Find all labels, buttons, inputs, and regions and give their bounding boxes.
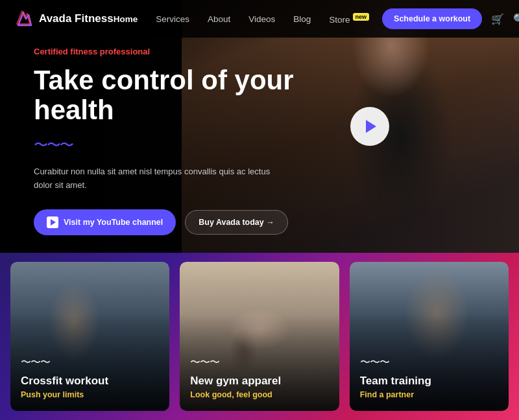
youtube-play-icon	[51, 219, 56, 226]
card-apparel-subtitle: Look good, feel good	[190, 390, 328, 399]
logo[interactable]: Avada Fitness	[16, 10, 114, 28]
logo-text: Avada Fitness	[39, 12, 114, 25]
card-crossfit-title: Crossfit workout	[21, 375, 159, 388]
youtube-icon	[47, 216, 58, 228]
hero-tagline: Certified fitness professional	[34, 47, 345, 56]
card-crossfit[interactable]: 〜〜〜 Crossfit workout Push your limits	[10, 262, 169, 411]
navbar: Avada Fitness Home Services About Videos…	[0, 0, 519, 38]
logo-icon	[16, 10, 34, 28]
card-apparel-content: 〜〜〜 New gym apparel Look good, feel good	[190, 356, 328, 399]
store-badge: new	[353, 13, 370, 21]
nav-about[interactable]: About	[208, 14, 230, 24]
hero-wave-decoration: 〜〜〜	[34, 135, 345, 155]
card-team[interactable]: 〜〜〜 Team training Find a partner	[350, 262, 509, 411]
nav-links: Home Services About Videos Blog Storenew	[114, 14, 369, 25]
card-team-content: 〜〜〜 Team training Find a partner	[360, 356, 498, 399]
nav-home[interactable]: Home	[114, 14, 138, 24]
card-crossfit-subtitle: Push your limits	[21, 390, 159, 399]
card-team-subtitle: Find a partner	[360, 390, 498, 399]
nav-blog[interactable]: Blog	[293, 14, 311, 24]
hero-content: Certified fitness professional Take cont…	[34, 47, 345, 235]
hero-title: Take control of your health	[34, 65, 345, 125]
play-triangle-icon	[366, 120, 376, 133]
hero-description: Curabitur non nulla sit amet nisl tempus…	[34, 165, 280, 192]
play-video-button[interactable]	[350, 107, 389, 146]
card-apparel-wave: 〜〜〜	[190, 356, 328, 369]
card-crossfit-wave: 〜〜〜	[21, 356, 159, 369]
cart-icon[interactable]: 🛒	[491, 13, 504, 25]
nav-store[interactable]: Storenew	[329, 14, 369, 25]
bottom-section: 〜〜〜 Crossfit workout Push your limits 〜〜…	[0, 253, 519, 420]
card-apparel-title: New gym apparel	[190, 375, 328, 388]
nav-videos[interactable]: Videos	[248, 14, 275, 24]
card-crossfit-content: 〜〜〜 Crossfit workout Push your limits	[21, 356, 159, 399]
hero-section: Certified fitness professional Take cont…	[0, 0, 519, 253]
card-team-title: Team training	[360, 375, 498, 388]
card-apparel[interactable]: 〜〜〜 New gym apparel Look good, feel good	[180, 262, 339, 411]
nav-services[interactable]: Services	[156, 14, 189, 24]
schedule-button[interactable]: Schedule a workout	[382, 8, 482, 29]
search-icon[interactable]: 🔍	[513, 13, 519, 25]
cards-row: 〜〜〜 Crossfit workout Push your limits 〜〜…	[0, 253, 519, 420]
card-team-wave: 〜〜〜	[360, 356, 498, 369]
hero-buttons: Visit my YouTube channel Buy Avada today…	[34, 209, 345, 235]
buy-button[interactable]: Buy Avada today →	[185, 210, 287, 235]
youtube-button[interactable]: Visit my YouTube channel	[34, 209, 176, 235]
